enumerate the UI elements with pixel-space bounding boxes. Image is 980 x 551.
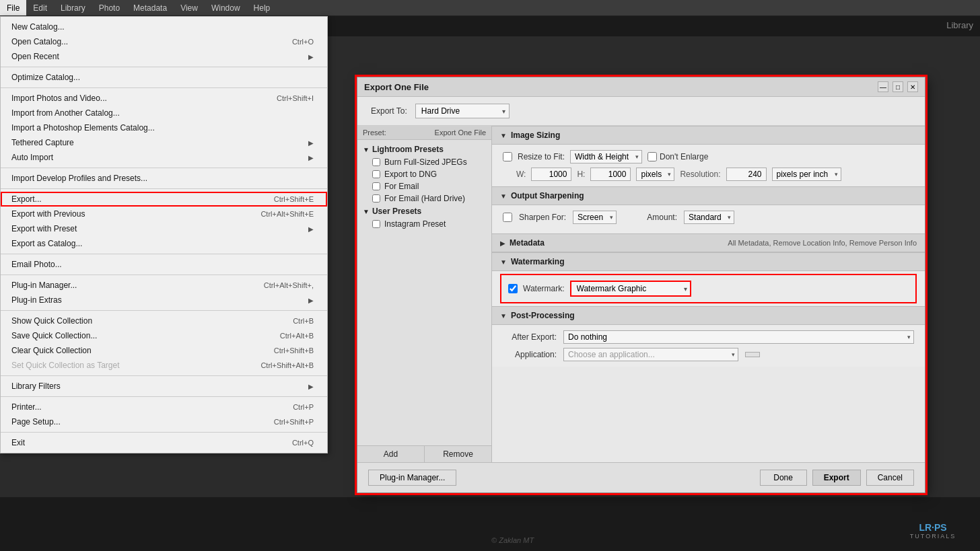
menu-export-with-preset[interactable]: Export with Preset ▶ bbox=[1, 221, 327, 236]
menu-page-setup[interactable]: Page Setup... Ctrl+Shift+P bbox=[1, 414, 327, 429]
metadata-title: Metadata bbox=[510, 238, 545, 248]
preset-burn-jpegs[interactable]: Burn Full-Sized JPEGs bbox=[357, 156, 491, 168]
menu-metadata[interactable]: Metadata bbox=[127, 0, 174, 15]
dont-enlarge-checkbox[interactable] bbox=[648, 152, 657, 161]
resize-to-fit-label: Resize to Fit: bbox=[518, 152, 565, 161]
menu-set-quick-collection-target[interactable]: Set Quick Collection as Target Ctrl+Shif… bbox=[1, 358, 327, 373]
export-button[interactable]: Export bbox=[812, 470, 861, 486]
choose-application-button[interactable] bbox=[745, 352, 760, 357]
preset-value: Export One File bbox=[435, 128, 486, 137]
show-qc-label: Show Quick Collection bbox=[11, 316, 92, 326]
unit-select[interactable]: pixels bbox=[636, 168, 674, 181]
watermarking-title: Watermarking bbox=[511, 257, 565, 266]
cancel-button[interactable]: Cancel bbox=[866, 470, 914, 486]
preset-for-email-hd-label: For Email (Hard Drive) bbox=[384, 194, 465, 203]
export-to-select-wrapper: Hard Drive bbox=[415, 104, 510, 118]
menu-open-catalog[interactable]: Open Catalog... Ctrl+O bbox=[1, 34, 327, 49]
application-row: Application: Choose an application... bbox=[503, 348, 914, 361]
dialog-minimize-button[interactable]: — bbox=[878, 81, 888, 92]
menu-printer[interactable]: Printer... Ctrl+P bbox=[1, 400, 327, 414]
application-select[interactable]: Choose an application... bbox=[563, 348, 738, 361]
presets-add-button[interactable]: Add bbox=[357, 446, 425, 462]
sharpen-for-checkbox[interactable] bbox=[503, 213, 512, 222]
watermarking-section-header[interactable]: ▼ Watermarking bbox=[492, 252, 925, 271]
preset-instagram-checkbox[interactable] bbox=[372, 220, 380, 228]
sharpen-for-select[interactable]: Screen bbox=[573, 211, 617, 224]
metadata-section-header[interactable]: ▶ Metadata All Metadata, Remove Location… bbox=[492, 233, 925, 252]
after-export-select[interactable]: Do nothing bbox=[563, 330, 914, 344]
preset-for-email[interactable]: For Email bbox=[357, 180, 491, 192]
menu-tethered-capture[interactable]: Tethered Capture ▶ bbox=[1, 135, 327, 150]
footer-right: Done Export Cancel bbox=[760, 470, 914, 486]
menu-window[interactable]: Window bbox=[205, 0, 247, 15]
resolution-input[interactable] bbox=[726, 168, 767, 181]
menu-auto-import[interactable]: Auto Import ▶ bbox=[1, 150, 327, 165]
menu-plugin-extras[interactable]: Plug-in Extras ▶ bbox=[1, 293, 327, 307]
menu-help[interactable]: Help bbox=[247, 0, 277, 15]
preset-instagram[interactable]: Instagram Preset bbox=[357, 218, 491, 230]
presets-remove-button[interactable]: Remove bbox=[425, 446, 491, 462]
preset-export-dng-checkbox[interactable] bbox=[372, 170, 380, 178]
preset-for-email-hard-drive[interactable]: For Email (Hard Drive) bbox=[357, 192, 491, 205]
preset-burn-jpegs-checkbox[interactable] bbox=[372, 158, 380, 166]
output-sharpening-title: Output Sharpening bbox=[511, 191, 584, 200]
amount-select[interactable]: Standard bbox=[684, 211, 734, 224]
menu-import-another-catalog[interactable]: Import from Another Catalog... bbox=[1, 106, 327, 120]
dialog-close-button[interactable]: ✕ bbox=[907, 81, 918, 92]
application-label: Application: bbox=[503, 350, 557, 359]
menu-plugin-manager[interactable]: Plug-in Manager... Ctrl+Alt+Shift+, bbox=[1, 278, 327, 293]
resize-select[interactable]: Width & Height bbox=[570, 150, 642, 163]
width-input[interactable] bbox=[531, 168, 571, 181]
menu-open-recent[interactable]: Open Recent ▶ bbox=[1, 49, 327, 64]
auto-import-label: Auto Import bbox=[11, 153, 53, 162]
output-sharpening-section-header[interactable]: ▼ Output Sharpening bbox=[492, 186, 925, 205]
preset-export-dng[interactable]: Export to DNG bbox=[357, 168, 491, 180]
lightroom-presets-header[interactable]: ▼ Lightroom Presets bbox=[357, 143, 491, 156]
menu-section-develop-profiles: Import Develop Profiles and Presets... bbox=[1, 168, 327, 189]
menu-export[interactable]: Export... Ctrl+Shift+E bbox=[1, 192, 327, 207]
menu-section-library-filters: Library Filters ▶ bbox=[1, 376, 327, 397]
menu-file[interactable]: File bbox=[0, 0, 26, 15]
done-button[interactable]: Done bbox=[760, 470, 807, 486]
menu-optimize-catalog[interactable]: Optimize Catalog... bbox=[1, 70, 327, 85]
resolution-unit-select[interactable]: pixels per inch bbox=[772, 168, 841, 181]
menu-export-with-previous[interactable]: Export with Previous Ctrl+Alt+Shift+E bbox=[1, 207, 327, 221]
menu-email-photo[interactable]: Email Photo... bbox=[1, 257, 327, 272]
menu-import-develop-profiles[interactable]: Import Develop Profiles and Presets... bbox=[1, 171, 327, 186]
preset-for-email-hd-checkbox[interactable] bbox=[372, 194, 380, 203]
watermark-select[interactable]: Watermark Graphic bbox=[570, 281, 691, 297]
menu-import-photos[interactable]: Import Photos and Video... Ctrl+Shift+I bbox=[1, 91, 327, 106]
preset-for-email-checkbox[interactable] bbox=[372, 182, 380, 190]
menu-photo[interactable]: Photo bbox=[92, 0, 127, 15]
image-sizing-section-header[interactable]: ▼ Image Sizing bbox=[492, 126, 925, 145]
watermark-checkbox[interactable] bbox=[508, 284, 518, 293]
export-label: Export... bbox=[11, 194, 42, 204]
menu-export-as-catalog[interactable]: Export as Catalog... bbox=[1, 236, 327, 251]
menu-clear-quick-collection[interactable]: Clear Quick Collection Ctrl+Shift+B bbox=[1, 343, 327, 358]
menu-library[interactable]: Library bbox=[54, 0, 92, 15]
resize-select-wrapper: Width & Height bbox=[570, 150, 642, 163]
set-qc-target-label: Set Quick Collection as Target bbox=[11, 361, 120, 370]
menu-save-quick-collection[interactable]: Save Quick Collection... Ctrl+Alt+B bbox=[1, 328, 327, 343]
menu-library-filters[interactable]: Library Filters ▶ bbox=[1, 379, 327, 394]
menu-view[interactable]: View bbox=[174, 0, 205, 15]
plugin-manager-shortcut: Ctrl+Alt+Shift+, bbox=[264, 281, 314, 289]
menu-import-photoshop[interactable]: Import a Photoshop Elements Catalog... bbox=[1, 120, 327, 135]
plugin-manager-button[interactable]: Plug-in Manager... bbox=[368, 470, 456, 486]
menu-new-catalog[interactable]: New Catalog... bbox=[1, 20, 327, 34]
save-qc-shortcut: Ctrl+Alt+B bbox=[280, 332, 314, 340]
user-presets-header[interactable]: ▼ User Presets bbox=[357, 205, 491, 218]
menu-show-quick-collection[interactable]: Show Quick Collection Ctrl+B bbox=[1, 314, 327, 328]
export-to-select[interactable]: Hard Drive bbox=[415, 104, 510, 118]
post-processing-section-header[interactable]: ▼ Post-Processing bbox=[492, 306, 925, 325]
import-photoshop-label: Import a Photoshop Elements Catalog... bbox=[11, 123, 155, 133]
menu-edit[interactable]: Edit bbox=[26, 0, 54, 15]
height-input[interactable] bbox=[590, 168, 631, 181]
preset-label: Preset: bbox=[363, 128, 386, 137]
resize-to-fit-checkbox[interactable] bbox=[503, 152, 512, 161]
menu-exit[interactable]: Exit Ctrl+Q bbox=[1, 435, 327, 450]
image-sizing-title: Image Sizing bbox=[511, 131, 560, 140]
dialog-maximize-button[interactable]: □ bbox=[893, 81, 903, 92]
tethered-capture-label: Tethered Capture bbox=[11, 138, 74, 147]
import-photos-shortcut: Ctrl+Shift+I bbox=[277, 94, 314, 102]
